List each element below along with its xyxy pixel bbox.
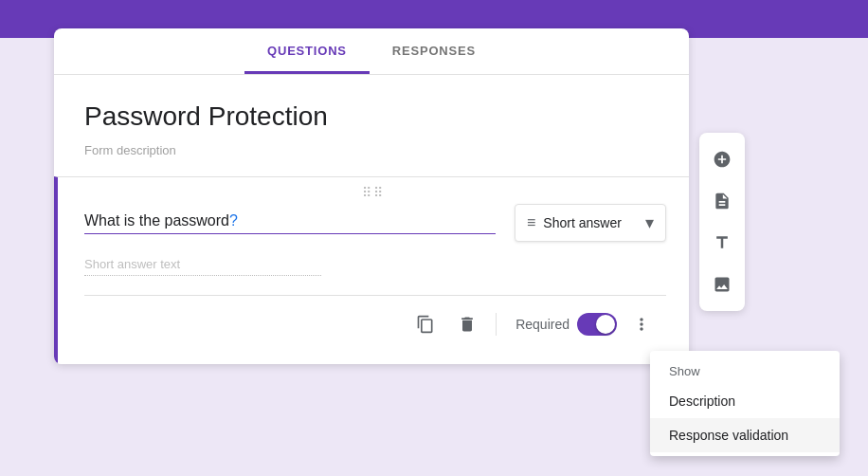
question-footer: Required [84, 295, 666, 345]
tab-responses[interactable]: RESPONSES [370, 28, 498, 74]
form-header: Password Protection Form description [54, 75, 689, 176]
main-card: QUESTIONS RESPONSES Password Protection … [54, 28, 689, 364]
chevron-down-icon: ▾ [645, 212, 654, 233]
tab-questions[interactable]: QUESTIONS [244, 28, 370, 74]
context-menu-validation[interactable]: Response validation [650, 418, 840, 452]
form-description[interactable]: Form description [84, 143, 659, 157]
right-toolbar [699, 133, 745, 311]
question-section: ⠿⠿ What is the password? ≡ Short answer … [54, 176, 689, 364]
required-toggle[interactable] [577, 313, 617, 336]
toggle-knob [596, 315, 615, 334]
import-icon [713, 192, 732, 211]
type-dropdown[interactable]: ≡ Short answer ▾ [515, 204, 666, 242]
drag-handle: ⠿⠿ [362, 185, 385, 200]
required-label: Required [515, 317, 570, 332]
add-question-button[interactable] [703, 140, 741, 178]
divider [496, 313, 497, 336]
form-title: Password Protection [84, 101, 659, 132]
dropdown-label: Short answer [543, 215, 621, 230]
image-icon [713, 275, 732, 294]
add-title-button[interactable] [703, 224, 741, 262]
add-image-button[interactable] [703, 265, 741, 303]
tabs-container: QUESTIONS RESPONSES [54, 28, 689, 75]
more-vert-icon [632, 315, 651, 334]
add-circle-icon [713, 150, 732, 169]
delete-button[interactable] [450, 307, 484, 341]
copy-button[interactable] [408, 307, 443, 341]
question-mark: ? [229, 212, 238, 229]
more-options-button[interactable] [624, 307, 659, 341]
context-menu: Show Description Response validation [650, 351, 840, 456]
context-menu-show-label: Show [650, 355, 840, 384]
question-text[interactable]: What is the password? [84, 212, 496, 234]
import-question-button[interactable] [703, 182, 741, 220]
short-answer-icon: ≡ [527, 214, 535, 231]
context-menu-description[interactable]: Description [650, 384, 840, 418]
question-row: What is the password? ≡ Short answer ▾ [84, 204, 666, 242]
copy-icon [416, 315, 435, 334]
title-icon [713, 233, 732, 252]
trash-icon [458, 315, 477, 334]
answer-placeholder: Short answer text [84, 257, 321, 276]
